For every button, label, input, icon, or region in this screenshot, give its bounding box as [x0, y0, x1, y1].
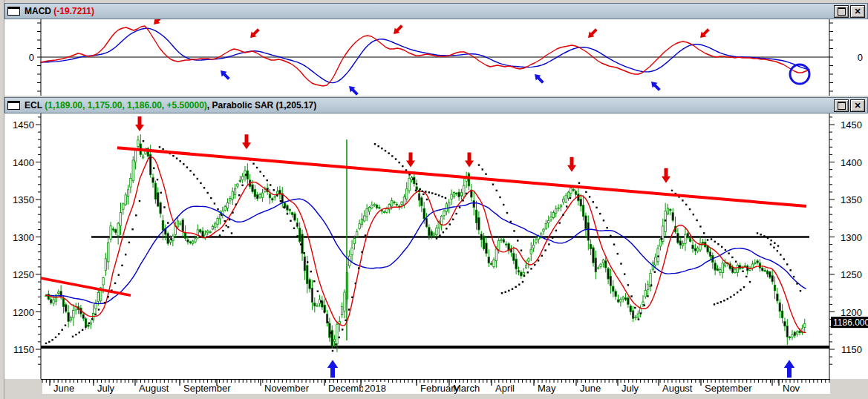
time-axis: JuneJulyAugustSeptemberNovemberDecember2…: [4, 379, 868, 394]
close-button[interactable]: ✕: [850, 5, 865, 18]
last-price-tag: 1186.000: [831, 317, 868, 328]
macd-titlebar[interactable]: MACD (-19.7211) ✕: [4, 3, 868, 19]
maximize-button[interactable]: [834, 99, 849, 112]
y-axis-label: 1400: [13, 157, 34, 168]
month-label: November: [264, 383, 310, 394]
month-label: September: [705, 383, 752, 394]
close-icon: ✕: [854, 7, 861, 16]
maximize-icon: [838, 7, 846, 16]
close-button[interactable]: ✕: [850, 99, 865, 112]
maximize-icon: [838, 102, 846, 110]
macd-value: (-19.7211): [51, 6, 94, 16]
y-axis-label: 1250: [841, 269, 862, 280]
y-axis-label: 1300: [841, 232, 862, 243]
y-axis-label: 1450: [13, 119, 34, 131]
price-chart[interactable]: 1150115012001200125012501300130013501350…: [4, 113, 868, 379]
chart-window: MACD (-19.7211) ✕ 00 ECL (1,189.00, 1,17…: [0, 0, 868, 399]
month-label: Nov: [783, 383, 800, 394]
month-label: June: [580, 383, 601, 394]
macd-title: MACD: [25, 6, 51, 16]
ecl-title-symbol: ECL: [25, 100, 42, 111]
y-axis-label: 1400: [841, 157, 862, 168]
macd-chart[interactable]: 00: [4, 19, 868, 96]
month-label: July: [621, 383, 639, 394]
month-label: August: [662, 383, 693, 394]
window-icon: [7, 101, 20, 110]
time-axis-labels: JuneJulyAugustSeptemberNovemberDecember2…: [53, 382, 800, 394]
month-label: September: [183, 383, 231, 394]
maximize-button[interactable]: [834, 5, 849, 18]
ecl-titlebar[interactable]: ECL (1,189.00, 1,175.00, 1,186.00, +5.50…: [4, 97, 868, 113]
y-axis-label: 1300: [13, 232, 34, 243]
y-axis-label: 1450: [841, 119, 862, 131]
window-icon: [7, 7, 20, 16]
y-axis-label: 1250: [13, 269, 34, 280]
month-label: 2018: [365, 383, 386, 394]
y-axis-label: 1150: [13, 344, 34, 355]
month-label: July: [97, 383, 115, 394]
y-axis-label: 1200: [13, 307, 34, 318]
month-label: June: [53, 383, 74, 394]
y-axis-label: 1350: [841, 194, 862, 205]
ecl-title-indicator: , Parabolic SAR (1,205.17): [207, 100, 316, 111]
macd-zero-label-left: 0: [29, 52, 34, 63]
macd-zero-label-right: 0: [858, 52, 863, 63]
month-label: May: [538, 383, 556, 394]
ecl-title-quote: (1,189.00, 1,175.00, 1,186.00, +5.50000): [42, 100, 207, 111]
y-axis-label: 1200: [841, 307, 862, 318]
y-axis-label: 1150: [841, 344, 862, 355]
month-label: August: [139, 383, 169, 394]
y-axis-label: 1350: [13, 194, 34, 205]
svg-text:1186.000: 1186.000: [833, 317, 868, 328]
price-plot-bg: [4, 113, 868, 379]
close-icon: ✕: [854, 101, 861, 111]
month-label: March: [453, 383, 480, 394]
month-label: April: [495, 383, 515, 394]
